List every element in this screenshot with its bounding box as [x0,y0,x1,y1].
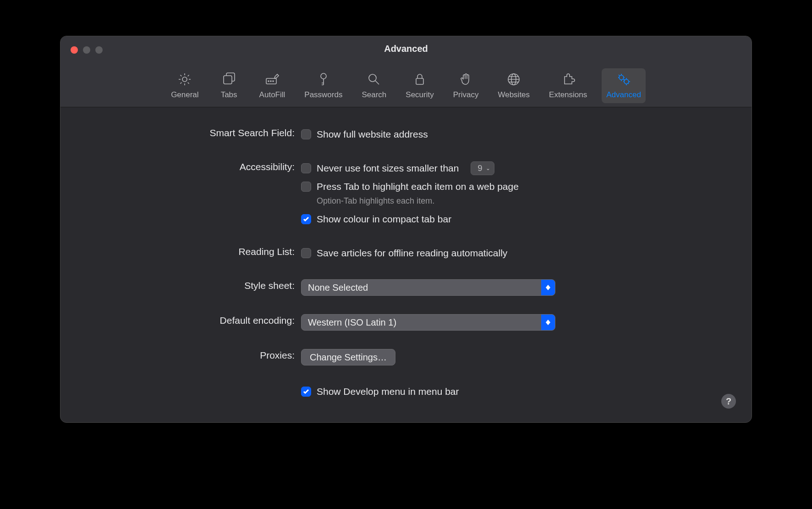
preferences-toolbar: General Tabs AutoFill Passwords [60,68,752,103]
svg-rect-1 [224,76,232,84]
tab-label: AutoFill [259,90,285,100]
tab-extensions[interactable]: Extensions [544,68,592,103]
tab-general[interactable]: General [166,68,203,103]
svg-rect-8 [416,78,423,84]
svg-point-4 [270,81,271,82]
tab-advanced[interactable]: Advanced [602,68,646,103]
updown-icon [541,280,555,295]
show-colour-checkbox[interactable] [301,214,311,224]
tab-label: General [171,90,198,100]
show-full-address-checkbox[interactable] [301,129,311,139]
tabs-icon [221,71,237,88]
hand-icon [458,71,474,88]
save-offline-checkbox[interactable] [301,248,311,258]
tab-label: Security [406,90,433,100]
lock-icon [411,71,428,88]
save-offline-text: Save articles for offline reading automa… [317,248,507,259]
magnifier-icon [366,71,382,88]
updown-icon [541,315,555,330]
min-font-size-select[interactable]: 9 ⌄ [471,161,494,175]
advanced-pane: Smart Search Field: Show full website ad… [60,107,752,422]
pencil-field-icon [264,71,280,88]
tab-privacy[interactable]: Privacy [449,68,483,103]
svg-point-7 [369,74,376,82]
style-sheet-select[interactable]: None Selected [301,279,555,296]
tab-label: Websites [498,90,530,100]
default-encoding-label: Default encoding: [83,314,301,326]
develop-spacer [83,384,301,385]
default-encoding-select[interactable]: Western (ISO Latin 1) [301,314,555,331]
tab-label: Search [362,90,386,100]
svg-point-5 [273,81,274,82]
help-button[interactable]: ? [721,394,736,409]
help-icon: ? [726,396,731,407]
develop-menu-text: Show Develop menu in menu bar [317,386,459,397]
svg-point-6 [321,73,326,79]
tab-tabs[interactable]: Tabs [214,68,245,103]
min-font-size-text: Never use font sizes smaller than [317,163,459,174]
svg-point-3 [268,81,269,82]
smart-search-label: Smart Search Field: [83,127,301,138]
default-encoding-value: Western (ISO Latin 1) [302,317,396,328]
press-tab-checkbox[interactable] [301,182,311,192]
preferences-window: Advanced General Tabs AutoFill [60,36,752,423]
accessibility-label: Accessibility: [83,160,301,172]
reading-list-label: Reading List: [83,245,301,257]
titlebar: Advanced General Tabs AutoFill [60,36,752,107]
show-colour-text: Show colour in compact tab bar [317,214,451,225]
show-full-address-text: Show full website address [317,129,428,140]
window-title: Advanced [60,44,752,54]
tab-label: Extensions [549,90,587,100]
option-tab-hint: Option-Tab highlights each item. [301,196,729,206]
puzzle-icon [560,71,576,88]
tab-label: Advanced [606,90,641,100]
min-font-size-checkbox[interactable] [301,163,311,173]
tab-label: Privacy [453,90,479,100]
develop-menu-checkbox[interactable] [301,387,311,397]
key-icon [315,71,332,88]
chevron-down-icon: ⌄ [486,165,490,172]
tab-passwords[interactable]: Passwords [300,68,347,103]
proxies-label: Proxies: [83,349,301,361]
tab-autofill[interactable]: AutoFill [255,68,290,103]
style-sheet-value: None Selected [302,282,368,293]
gear-icon [176,71,193,88]
change-settings-text: Change Settings… [310,352,387,363]
press-tab-text: Press Tab to highlight each item on a we… [317,181,519,192]
style-sheet-label: Style sheet: [83,279,301,291]
tab-security[interactable]: Security [401,68,438,103]
tab-label: Passwords [304,90,342,100]
svg-point-11 [619,75,624,80]
double-gear-icon [615,71,632,88]
tab-websites[interactable]: Websites [493,68,534,103]
globe-icon [505,71,522,88]
tab-search[interactable]: Search [357,68,391,103]
tab-label: Tabs [221,90,237,100]
change-settings-button[interactable]: Change Settings… [301,349,395,365]
min-font-size-value: 9 [477,164,482,173]
svg-point-0 [182,77,187,82]
